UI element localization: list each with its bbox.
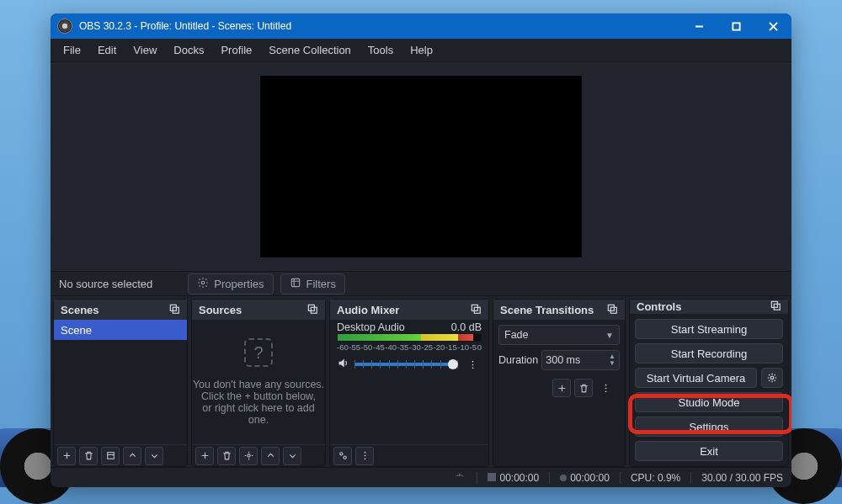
svg-point-21	[605, 384, 606, 385]
transition-menu-button[interactable]	[596, 379, 615, 397]
mixer-advanced-button[interactable]	[333, 447, 352, 465]
obs-window: OBS 30.2.3 - Profile: Untitled - Scenes:…	[51, 13, 791, 487]
scene-move-down-button[interactable]	[145, 447, 163, 465]
svg-point-23	[605, 390, 606, 392]
add-source-button[interactable]	[195, 447, 214, 465]
scene-filters-button[interactable]	[101, 447, 120, 465]
menu-tools[interactable]: Tools	[360, 41, 401, 59]
scenes-title: Scenes	[61, 304, 99, 316]
virtual-camera-settings-button[interactable]	[761, 368, 783, 388]
scenes-dock: Scenes Scene	[53, 299, 188, 467]
duration-value: 300 ms	[546, 354, 580, 366]
mixer-track-name: Desktop Audio	[337, 321, 405, 333]
duration-label: Duration	[498, 354, 538, 366]
speaker-icon[interactable]	[337, 357, 349, 373]
track-menu-button[interactable]	[463, 355, 482, 374]
preview-area[interactable]	[51, 62, 791, 271]
menu-view[interactable]: View	[125, 41, 164, 59]
question-placeholder-icon: ?	[244, 338, 273, 367]
svg-point-8	[247, 454, 249, 457]
start-streaming-button[interactable]: Start Streaming	[635, 319, 783, 339]
svg-point-14	[339, 453, 342, 455]
svg-rect-0	[733, 23, 739, 29]
start-virtual-camera-button[interactable]: Start Virtual Camera	[635, 368, 757, 388]
exit-button[interactable]: Exit	[635, 441, 783, 461]
window-close-button[interactable]	[754, 13, 791, 39]
stream-status-icon	[560, 475, 567, 481]
filters-icon	[290, 277, 301, 291]
mixer-menu-button[interactable]	[355, 447, 374, 465]
window-maximize-button[interactable]	[717, 13, 754, 39]
svg-point-11	[472, 360, 473, 362]
menu-scene-collection[interactable]: Scene Collection	[261, 41, 359, 59]
sources-empty-line: Click the + button below,	[201, 390, 316, 402]
network-status-icon	[453, 471, 466, 484]
add-scene-button[interactable]	[57, 447, 76, 465]
transition-select[interactable]: Fade ▼	[498, 325, 620, 345]
filters-label: Filters	[306, 278, 336, 290]
menu-profile[interactable]: Profile	[213, 41, 259, 59]
remove-transition-button[interactable]	[574, 379, 593, 397]
svg-point-22	[605, 387, 606, 389]
filters-button[interactable]: Filters	[280, 273, 345, 294]
remove-source-button[interactable]	[217, 447, 236, 465]
sources-empty-line: You don't have any sources.	[193, 379, 324, 390]
svg-point-12	[472, 363, 473, 365]
menu-bar: File Edit View Docks Profile Scene Colle…	[51, 39, 791, 62]
svg-point-15	[344, 456, 346, 459]
window-titlebar: OBS 30.2.3 - Profile: Untitled - Scenes:…	[51, 13, 791, 39]
source-move-up-button[interactable]	[261, 447, 280, 465]
scene-item[interactable]: Scene	[54, 320, 187, 340]
sources-title: Sources	[199, 304, 242, 316]
add-transition-button[interactable]	[552, 379, 571, 397]
source-properties-button[interactable]	[239, 447, 258, 465]
sources-list[interactable]: ? You don't have any sources. Click the …	[192, 320, 325, 444]
mixer-track-level: 0.0 dB	[451, 321, 482, 333]
settings-button[interactable]: Settings	[635, 416, 783, 437]
menu-file[interactable]: File	[56, 41, 88, 59]
volume-slider[interactable]	[354, 363, 458, 366]
chevron-down-icon: ▼	[605, 331, 614, 340]
audio-mixer-dock: Audio Mixer Desktop Audio 0.0 dB -60-55	[329, 299, 489, 467]
start-recording-button[interactable]: Start Recording	[635, 343, 783, 363]
sources-empty-state: ? You don't have any sources. Click the …	[192, 320, 325, 444]
menu-help[interactable]: Help	[402, 41, 440, 59]
studio-mode-button[interactable]: Studio Mode	[635, 392, 783, 412]
status-fps: 30.00 / 30.00 FPS	[701, 472, 783, 484]
properties-button[interactable]: Properties	[188, 273, 273, 294]
popout-icon[interactable]	[306, 303, 318, 317]
svg-point-17	[364, 455, 365, 457]
popout-icon[interactable]	[770, 300, 781, 314]
chevron-down-icon[interactable]: ▼	[609, 360, 616, 367]
scene-move-up-button[interactable]	[123, 447, 141, 465]
svg-point-13	[472, 367, 473, 369]
popout-icon[interactable]	[606, 303, 618, 317]
remove-scene-button[interactable]	[79, 447, 98, 465]
mixer-title: Audio Mixer	[337, 304, 399, 316]
gear-icon	[197, 277, 209, 291]
transitions-title: Scene Transitions	[500, 304, 594, 316]
obs-app-icon	[57, 19, 72, 34]
menu-docks[interactable]: Docks	[166, 41, 211, 59]
audio-meter	[337, 333, 482, 342]
transition-selected-label: Fade	[504, 329, 529, 341]
svg-rect-5	[107, 453, 114, 459]
svg-rect-2	[291, 279, 299, 286]
popout-icon[interactable]	[470, 303, 482, 317]
svg-point-16	[364, 452, 365, 454]
audio-scale: -60-55 -50-45 -40-35 -30-25 -20-15 -10-5…	[330, 342, 488, 352]
svg-point-1	[202, 281, 205, 284]
source-move-down-button[interactable]	[283, 447, 301, 465]
menu-edit[interactable]: Edit	[90, 41, 124, 59]
properties-label: Properties	[214, 278, 264, 290]
duration-spinner[interactable]: 300 ms ▲▼	[541, 350, 620, 370]
controls-dock: Controls Start Streaming Start Recording…	[629, 299, 789, 467]
window-minimize-button[interactable]	[680, 13, 717, 39]
popout-icon[interactable]	[168, 303, 180, 317]
source-toolbar: No source selected Properties Filters	[51, 271, 791, 296]
no-source-label: No source selected	[56, 278, 156, 290]
preview-canvas[interactable]	[260, 76, 582, 257]
svg-point-18	[364, 458, 365, 459]
window-title: OBS 30.2.3 - Profile: Untitled - Scenes:…	[79, 20, 291, 32]
sources-empty-line: or right click here to add one.	[192, 402, 325, 426]
